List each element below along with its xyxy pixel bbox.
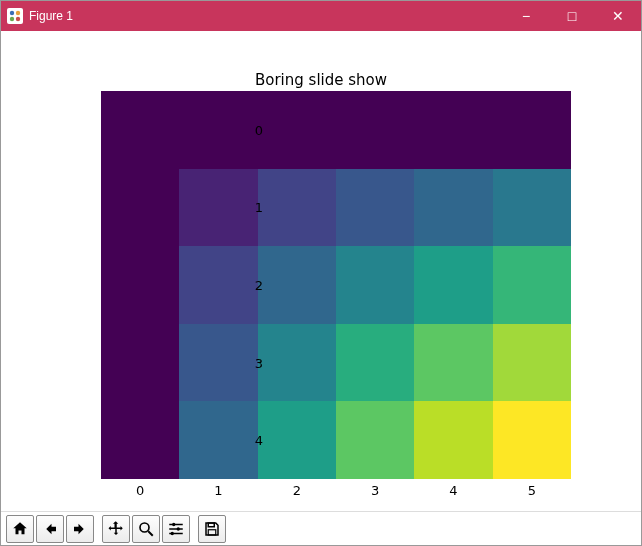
figure-canvas: Boring slide show 01234 012345 [1, 31, 641, 511]
forward-button[interactable] [66, 515, 94, 543]
y-tick-label: 0 [167, 122, 263, 137]
move-icon [107, 520, 125, 538]
x-tick-label: 4 [449, 483, 457, 498]
heatmap-cell [493, 324, 571, 402]
heatmap-cell [414, 91, 492, 169]
heatmap-cell [258, 169, 336, 247]
svg-point-11 [171, 532, 174, 535]
close-button[interactable]: ✕ [595, 1, 641, 31]
x-tick-label: 1 [214, 483, 222, 498]
magnifier-icon [137, 520, 155, 538]
heatmap-cell [414, 324, 492, 402]
heatmap-cell [414, 401, 492, 479]
heatmap-cell [414, 169, 492, 247]
heatmap-cell [336, 246, 414, 324]
x-tick-label: 0 [136, 483, 144, 498]
configure-button[interactable] [162, 515, 190, 543]
window-title: Figure 1 [29, 9, 503, 23]
x-tick-label: 2 [293, 483, 301, 498]
pan-button[interactable] [102, 515, 130, 543]
heatmap-cell [493, 246, 571, 324]
svg-point-0 [10, 11, 14, 15]
arrow-right-icon [71, 520, 89, 538]
window-controls: − □ ✕ [503, 1, 641, 31]
maximize-button[interactable]: □ [549, 1, 595, 31]
heatmap-cell [336, 91, 414, 169]
minimize-button[interactable]: − [503, 1, 549, 31]
heatmap-cell [258, 246, 336, 324]
y-tick-label: 3 [167, 355, 263, 370]
save-button[interactable] [198, 515, 226, 543]
heatmap-cell [258, 91, 336, 169]
home-button[interactable] [6, 515, 34, 543]
y-tick-label: 1 [167, 200, 263, 215]
heatmap-cell [336, 169, 414, 247]
svg-line-5 [148, 531, 153, 536]
zoom-button[interactable] [132, 515, 160, 543]
heatmap-cell [336, 324, 414, 402]
y-tick-label: 4 [167, 433, 263, 448]
svg-point-7 [172, 523, 175, 526]
svg-point-9 [177, 527, 180, 530]
heatmap-cell [336, 401, 414, 479]
back-button[interactable] [36, 515, 64, 543]
matplotlib-toolbar [1, 511, 641, 546]
heatmap-cell [258, 324, 336, 402]
home-icon [11, 520, 29, 538]
floppy-disk-icon [203, 520, 221, 538]
y-tick-label: 2 [167, 278, 263, 293]
x-tick-label: 5 [528, 483, 536, 498]
sliders-icon [167, 520, 185, 538]
heatmap-cell [493, 401, 571, 479]
svg-point-3 [16, 17, 20, 21]
heatmap-cell [258, 401, 336, 479]
chart-title: Boring slide show [1, 71, 641, 89]
window-titlebar: Figure 1 − □ ✕ [1, 1, 641, 31]
svg-point-4 [140, 523, 149, 532]
svg-rect-12 [208, 523, 214, 527]
app-icon [7, 8, 23, 24]
heatmap-cell [493, 169, 571, 247]
arrow-left-icon [41, 520, 59, 538]
x-tick-label: 3 [371, 483, 379, 498]
svg-rect-13 [208, 530, 216, 535]
svg-point-1 [16, 11, 20, 15]
svg-point-2 [10, 17, 14, 21]
heatmap-cell [493, 91, 571, 169]
heatmap-cell [414, 246, 492, 324]
